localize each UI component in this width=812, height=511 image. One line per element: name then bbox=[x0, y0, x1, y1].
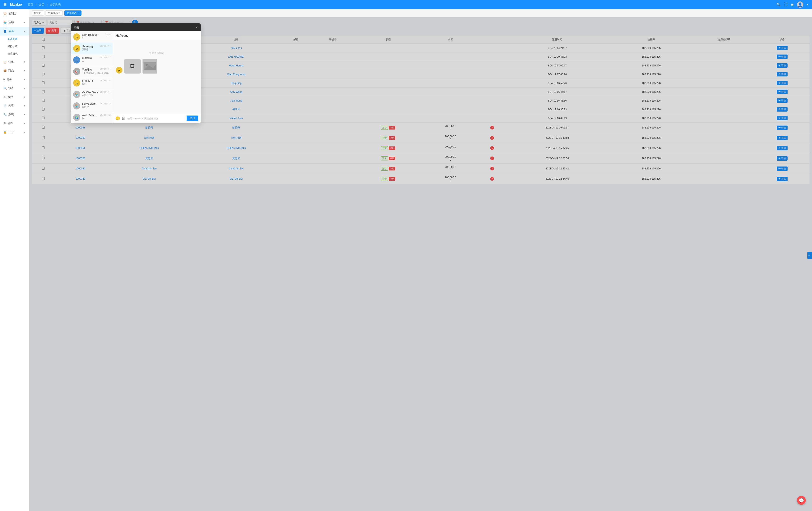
chat-modal-header: 消息 × bbox=[71, 23, 201, 31]
sidebar: 🏠 控制台 🏪 店铺 ▼ 👤 会员 ▲ 会员列表 银行认证 会员日志 📋 订单 bbox=[0, 9, 29, 511]
sidebar-item-member-log[interactable]: 会员日志 bbox=[0, 50, 29, 57]
chevron-down-icon: ▼ bbox=[24, 21, 26, 24]
conversation-item-ha-yeung[interactable]: 😠 Ha Yeung 2023/04/17 [图片] bbox=[71, 43, 113, 54]
image-upload-icon[interactable]: 🖼 bbox=[122, 117, 125, 120]
chat-modal: 消息 × 😠 13444555666 23:05 bbox=[71, 23, 201, 123]
sidebar-item-member-list[interactable]: 会员列表 bbox=[0, 35, 29, 43]
page-content: 用户名 ▼ 📅 选择开始时间 📅 选择结束时间 🔍 + 注册 bbox=[29, 17, 812, 511]
conv-avatar: 😠 bbox=[73, 80, 80, 87]
no-message-text: 暂无更多消息 bbox=[149, 51, 164, 55]
monitor-icon: 👁 bbox=[3, 122, 6, 125]
system-icon: 🔧 bbox=[3, 113, 7, 116]
lock-icon: 🔒 bbox=[3, 130, 7, 134]
chat-modal-close-button[interactable]: × bbox=[196, 26, 198, 29]
chat-area: Ha Yeung 暂无更多消息 😠 🖼 bbox=[113, 31, 201, 123]
conv-avatar: 😠 bbox=[73, 45, 80, 52]
breadcrumb: 首页 / 会员 / 会员列表 bbox=[27, 3, 62, 6]
conv-avatar: 🏪 bbox=[73, 91, 80, 98]
breadcrumb-home[interactable]: 首页 bbox=[28, 3, 33, 6]
tab-member-list-close[interactable]: × bbox=[78, 12, 79, 14]
breadcrumb-member-list[interactable]: 会员列表 bbox=[50, 3, 61, 6]
sidebar-item-dashboard[interactable]: 🏠 控制台 bbox=[0, 9, 29, 18]
dashboard-icon: 🏠 bbox=[3, 12, 7, 15]
sidebar-item-products[interactable]: 📦 商品 ▼ bbox=[0, 66, 29, 75]
chevron-down-icon-9: ▼ bbox=[24, 122, 26, 124]
sidebar-item-thirdparty[interactable]: 🔒 三方 ▼ bbox=[0, 128, 29, 137]
sidebar-item-reports[interactable]: 🔍 报表 ▼ bbox=[0, 84, 29, 93]
conversation-item[interactable]: 🛒 自由樂購 2023/04/17 — bbox=[71, 54, 113, 66]
sidebar-item-bank-auth[interactable]: 银行认证 bbox=[0, 43, 29, 50]
fullscreen-icon[interactable]: ⛶ bbox=[784, 3, 787, 6]
sidebar-item-members[interactable]: 👤 会员 ▲ bbox=[0, 27, 29, 35]
conversation-item-worldbelly[interactable]: 🌍 WorldBelly ... 2023/04/13 你 bbox=[71, 112, 113, 123]
sidebar-item-content[interactable]: 📄 内容 ▼ bbox=[0, 101, 29, 110]
chat-modal-title: 消息 bbox=[74, 26, 79, 29]
breadcrumb-members[interactable]: 会员 bbox=[39, 3, 44, 6]
chevron-down-icon-5: ▼ bbox=[24, 87, 26, 89]
tab-member-list[interactable]: 会员列表 × bbox=[64, 10, 82, 16]
sidebar-item-monitor[interactable]: 👁 监控 ▼ bbox=[0, 119, 29, 128]
send-button[interactable]: 发 送 bbox=[186, 116, 198, 121]
chevron-down-icon-4: ▼ bbox=[24, 78, 26, 81]
settings-icon[interactable]: 𝌆 bbox=[791, 3, 793, 7]
svg-point-2 bbox=[146, 64, 148, 66]
tab-bar: 控制台 全部商品 × 会员列表 × bbox=[29, 9, 812, 17]
params-icon: ⚙ bbox=[3, 95, 6, 99]
conversation-item-vangise[interactable]: 🏪 VanGise Store 2023/04/14 在忙什麼呢 bbox=[71, 89, 113, 100]
chevron-down-icon-6: ▼ bbox=[24, 96, 26, 98]
search-icon[interactable]: 🔍 bbox=[777, 3, 781, 7]
conversation-item[interactable]: 😠 67462875 2023/04/14 你好 bbox=[71, 77, 113, 89]
chat-contact-name: Ha Yeung bbox=[113, 31, 201, 40]
modal-overlay[interactable]: 消息 × 😠 13444555666 23:05 bbox=[29, 17, 812, 511]
chevron-down-icon-8: ▼ bbox=[24, 114, 26, 116]
conversation-item-sonyc[interactable]: 🏪 Sonyc Store 2023/04/13 你媽婢 bbox=[71, 100, 113, 112]
emoji-icon[interactable]: 🙂 bbox=[115, 116, 120, 121]
dropdown-icon[interactable]: ▼ bbox=[807, 4, 809, 6]
sidebar-item-params[interactable]: ⚙ 参数 ▼ bbox=[0, 93, 29, 101]
chat-sender-avatar: 😠 bbox=[116, 67, 122, 73]
orders-icon: 📋 bbox=[3, 60, 7, 63]
chat-modal-body: 😠 13444555666 23:05 1 bbox=[71, 31, 201, 123]
conv-avatar: 😠 bbox=[73, 33, 80, 40]
top-nav-right: 🔍 ⛶ 𝌆 👤 ▼ bbox=[777, 1, 809, 8]
chevron-down-icon-10: ▼ bbox=[24, 131, 26, 133]
sidebar-item-shop[interactable]: 🏪 店铺 ▼ bbox=[0, 18, 29, 27]
tab-dashboard[interactable]: 控制台 bbox=[32, 10, 44, 16]
main-content: 控制台 全部商品 × 会员列表 × 用户名 ▼ 📅 bbox=[29, 9, 812, 511]
send-hint-text: 使用 ctrl + enter 快捷发送消息 bbox=[127, 117, 158, 120]
tab-products-close[interactable]: × bbox=[59, 12, 60, 14]
content-icon: 📄 bbox=[3, 104, 7, 108]
conv-avatar: 🏪 bbox=[73, 102, 80, 110]
conversation-list: 😠 13444555666 23:05 1 bbox=[71, 31, 113, 123]
chevron-down-icon-7: ▼ bbox=[24, 105, 26, 107]
conv-avatar: 🌍 bbox=[73, 114, 80, 121]
conv-avatar: 📢 bbox=[73, 68, 80, 75]
tab-products[interactable]: 全部商品 × bbox=[46, 10, 63, 16]
app-logo: Mardao bbox=[10, 3, 22, 6]
members-icon: 👤 bbox=[3, 30, 7, 33]
avatar[interactable]: 👤 bbox=[797, 1, 803, 8]
float-chat-button[interactable]: 💬 bbox=[797, 496, 806, 505]
chat-messages: 暂无更多消息 😠 🖼 bbox=[113, 40, 201, 113]
finance-icon: ¥ bbox=[3, 78, 5, 81]
sidebar-item-finance[interactable]: ¥ 财务 ▼ bbox=[0, 75, 29, 84]
products-icon: 📦 bbox=[3, 69, 7, 72]
sidebar-item-system[interactable]: 🔧 系统 ▼ bbox=[0, 110, 29, 119]
chevron-down-icon-3: ▼ bbox=[24, 69, 26, 72]
sidebar-item-orders[interactable]: 📋 订单 ▼ bbox=[0, 57, 29, 66]
menu-toggle-icon[interactable]: ☰ bbox=[3, 2, 7, 7]
chat-image-bubble: 🖼 bbox=[124, 59, 141, 73]
conversation-item[interactable]: 😠 13444555666 23:05 1 bbox=[71, 31, 113, 43]
shop-icon: 🏪 bbox=[3, 21, 7, 24]
chat-image-message: 😠 🖼 bbox=[116, 59, 157, 73]
reports-icon: 🔍 bbox=[3, 87, 7, 90]
chevron-down-icon-2: ▼ bbox=[24, 61, 26, 63]
chevron-up-icon: ▲ bbox=[24, 30, 26, 32]
conversation-item-system[interactable]: 📢 系统通知 2023/04/14 「67462875」进行了提现... bbox=[71, 66, 113, 77]
conv-avatar: 🛒 bbox=[73, 56, 80, 63]
chat-input-bar: 🙂 🖼 使用 ctrl + enter 快捷发送消息 发 送 bbox=[113, 113, 201, 123]
top-nav: ☰ Mardao 首页 / 会员 / 会员列表 🔍 ⛶ 𝌆 👤 ▼ bbox=[0, 0, 812, 9]
